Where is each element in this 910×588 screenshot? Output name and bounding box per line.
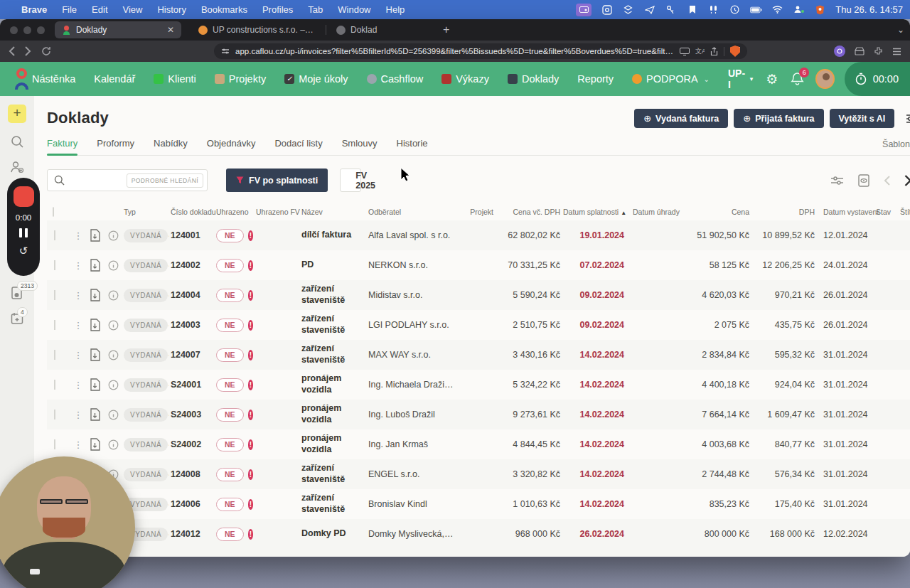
preview-icon[interactable]: [858, 174, 869, 187]
invoice-number[interactable]: 124006: [169, 499, 215, 509]
col-cena-vc-dph[interactable]: Cena vč. DPH: [495, 208, 562, 216]
invoice-number[interactable]: 124008: [169, 469, 215, 479]
table-row[interactable]: ⋮VYDANÁ124003NE!zařízení staveništěLGI P…: [47, 310, 910, 340]
caflou-logo[interactable]: [13, 68, 19, 90]
customer[interactable]: Midistav s.r.o.: [367, 290, 455, 300]
browser-tab-2[interactable]: UP constructions s.r.o. – Václav H: [191, 21, 323, 38]
col-nazev[interactable]: Název: [300, 208, 367, 216]
stack-icon[interactable]: [622, 4, 634, 15]
browser-menu-icon[interactable]: [892, 48, 901, 55]
record-icon[interactable]: [729, 4, 741, 15]
download-document-icon[interactable]: [85, 408, 104, 421]
info-icon[interactable]: [104, 290, 122, 301]
download-document-icon[interactable]: [85, 289, 104, 301]
tab-dodac-listy[interactable]: Dodací listy: [274, 138, 322, 155]
col-stitky[interactable]: Štítky: [899, 208, 910, 216]
user-avatar[interactable]: [815, 69, 834, 89]
column-settings-icon[interactable]: [830, 176, 844, 186]
tab-nab-dky[interactable]: Nabídky: [154, 138, 188, 155]
col-cena[interactable]: Cena: [674, 208, 751, 216]
info-icon[interactable]: [104, 260, 122, 271]
share-icon[interactable]: [710, 47, 718, 56]
bookmark-icon[interactable]: [686, 4, 698, 15]
table-row[interactable]: ⋮VYDANÁS24001NE!pronájem vozidlaIng. Mic…: [47, 370, 910, 400]
tab-historie[interactable]: Historie: [397, 138, 428, 155]
prev-page-icon[interactable]: [884, 176, 890, 186]
row-menu-icon[interactable]: ⋮: [71, 320, 85, 331]
download-document-icon[interactable]: [85, 229, 104, 242]
next-page-icon[interactable]: [904, 175, 910, 186]
nav-item-n-st-nka[interactable]: Nástěnka: [32, 73, 75, 85]
customer[interactable]: NERKON s.r.o.: [367, 260, 455, 270]
customer[interactable]: MAX WAY s.r.o.: [367, 350, 455, 360]
view-settings-icon[interactable]: [906, 112, 910, 125]
row-checkbox[interactable]: [54, 290, 55, 300]
nav-item-projekty[interactable]: Projekty: [215, 73, 266, 85]
table-row[interactable]: ⋮VYDANÁ124004NE!zařízení staveništěMidis…: [47, 280, 910, 310]
invoice-name[interactable]: pronájem vozidla: [300, 433, 367, 455]
table-row[interactable]: ⋮VYDANÁ124002NE!PDNERKON s.r.o.70 331,25…: [47, 250, 910, 280]
table-row[interactable]: ⋮VYDANÁ124007NE!zařízení staveništěMAX W…: [47, 340, 910, 370]
paid-status-badge[interactable]: NE: [216, 289, 244, 302]
received-invoice-button[interactable]: ⊕Přijatá faktura: [734, 109, 823, 128]
invoice-number[interactable]: 124012: [169, 529, 215, 539]
invoice-name[interactable]: dílčí faktura: [300, 230, 367, 241]
new-tab-button[interactable]: +: [443, 23, 449, 36]
paid-status-badge[interactable]: NE: [216, 378, 244, 392]
voice-icon[interactable]: [707, 4, 719, 15]
add-contact-icon[interactable]: [10, 161, 24, 174]
close-window-icon[interactable]: [10, 26, 18, 34]
account-switcher[interactable]: UP-I▾: [728, 68, 753, 90]
invoice-name[interactable]: PD: [300, 260, 367, 271]
menubar-item[interactable]: Profiles: [262, 4, 293, 15]
col-datum-vystaveni[interactable]: Datum vystavení: [816, 208, 874, 216]
nav-item-podpora[interactable]: PODPORA⌄: [632, 73, 710, 85]
battery-icon[interactable]: [750, 4, 762, 15]
brave-menubar-icon[interactable]: [814, 4, 826, 15]
row-checkbox[interactable]: [54, 260, 55, 270]
wifi-icon[interactable]: [771, 4, 783, 15]
row-checkbox[interactable]: [54, 230, 55, 240]
info-icon[interactable]: [104, 439, 122, 450]
calendar-add-icon[interactable]: 4: [11, 312, 23, 325]
invoice-name[interactable]: zařízení staveniště: [300, 493, 367, 515]
download-document-icon[interactable]: [85, 259, 104, 272]
window-controls[interactable]: [10, 26, 45, 34]
advanced-search-button[interactable]: PODROBNÉ HLEDÁNÍ: [127, 173, 203, 188]
invoice-number[interactable]: 124003: [169, 320, 215, 330]
info-icon[interactable]: [104, 230, 122, 241]
notifications-bell[interactable]: 6: [791, 72, 804, 86]
close-tab-icon[interactable]: ✕: [167, 25, 174, 35]
tab-objedn-vky[interactable]: Objednávky: [207, 138, 256, 155]
tab-smlouvy[interactable]: Smlouvy: [342, 138, 378, 155]
customer[interactable]: Ing. Michaela Dražilová: [367, 380, 455, 390]
paid-status-badge[interactable]: NE: [216, 348, 244, 362]
filter-chip-overdue[interactable]: FV po splatnosti: [226, 169, 328, 192]
quick-add-button[interactable]: +: [8, 105, 26, 123]
zoom-window-icon[interactable]: [37, 26, 45, 34]
col-datum-splatnosti[interactable]: Datum splatnosti ▲: [562, 208, 626, 216]
extensions-icon[interactable]: [874, 47, 883, 56]
row-checkbox[interactable]: [54, 380, 55, 390]
brave-shield-icon[interactable]: 9: [730, 46, 740, 57]
col-uhrazeno[interactable]: Uhrazeno: [215, 208, 255, 216]
paid-status-badge[interactable]: NE: [216, 438, 244, 451]
nav-item-moje-koly[interactable]: Moje úkoly: [284, 73, 348, 85]
paid-status-badge[interactable]: NE: [216, 468, 244, 481]
menubar-item[interactable]: Edit: [92, 4, 107, 15]
menubar-item[interactable]: File: [62, 4, 77, 15]
paid-status-badge[interactable]: NE: [216, 408, 244, 422]
tab-proformy[interactable]: Proformy: [97, 138, 134, 155]
paper-plane-icon[interactable]: [643, 4, 655, 15]
site-settings-icon[interactable]: [221, 48, 230, 55]
invoice-number[interactable]: 124007: [169, 350, 215, 360]
col-typ[interactable]: Typ: [122, 208, 169, 216]
customer[interactable]: LGI PODLAHY s.r.o.: [367, 320, 455, 330]
invoice-name[interactable]: pronájem vozidla: [300, 403, 367, 425]
row-menu-icon[interactable]: ⋮: [71, 439, 85, 450]
col-stav[interactable]: Stav: [874, 208, 899, 216]
nav-item-kalend-[interactable]: Kalendář: [94, 73, 135, 85]
customer[interactable]: Ing. Luboš Dražil: [367, 410, 455, 419]
menubar-item[interactable]: View: [123, 4, 143, 15]
customer[interactable]: Alfa Laval spol. s r.o.: [367, 230, 455, 240]
